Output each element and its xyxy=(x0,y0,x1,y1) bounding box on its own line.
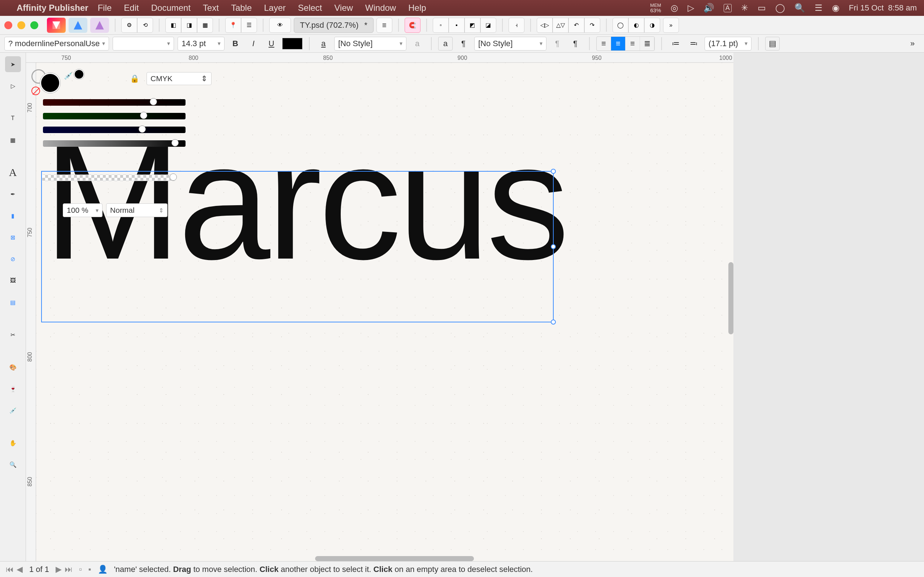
node-tool[interactable]: ▷ xyxy=(5,78,21,94)
picture-frame-tool[interactable]: ⊠ xyxy=(5,229,21,245)
spotlight-icon[interactable]: 🔍 xyxy=(795,3,805,13)
update-para-style-button[interactable]: ¶ xyxy=(550,37,564,50)
zoom-button[interactable] xyxy=(30,21,38,29)
preview-mode-button[interactable]: 👁 xyxy=(269,18,291,33)
text-wrap-button[interactable]: ≣ xyxy=(376,18,393,33)
sync-defaults-button[interactable]: ⚙ xyxy=(121,18,137,33)
view-hand-tool[interactable]: ✋ xyxy=(5,435,21,451)
user-icon[interactable]: 👤 xyxy=(98,565,108,574)
colour-lock-icon[interactable]: 🔒 xyxy=(130,74,139,83)
frame-text-tool[interactable]: T xyxy=(5,110,21,126)
first-page-button[interactable]: ⏮ xyxy=(6,565,14,574)
text-panel-button[interactable]: ▤ xyxy=(765,37,780,50)
forward-one-button[interactable]: ▪ xyxy=(449,18,465,33)
menu-layer[interactable]: Layer xyxy=(264,3,286,13)
transparency-tool[interactable]: 🍷 xyxy=(5,381,21,397)
menu-view[interactable]: View xyxy=(334,3,353,13)
bullets-button[interactable]: ≔ xyxy=(669,37,683,50)
font-size-field[interactable]: 14.3 pt▾ xyxy=(178,37,225,50)
place-image-tool[interactable]: 🖼 xyxy=(5,272,21,288)
rotate-cw-button[interactable]: ↷ xyxy=(584,18,600,33)
add-button[interactable]: ◯ xyxy=(612,18,628,33)
minimize-button[interactable] xyxy=(17,21,25,29)
input-source-icon[interactable]: A xyxy=(724,4,732,12)
pages-button[interactable]: ▦ xyxy=(197,18,213,33)
designer-persona[interactable] xyxy=(69,18,87,33)
close-button[interactable] xyxy=(4,21,12,29)
baseline-button[interactable]: ☰ xyxy=(241,18,257,33)
para-style-dropdown[interactable]: [No Style]▾ xyxy=(474,37,546,50)
selection-box[interactable] xyxy=(41,171,554,322)
menu-text[interactable]: Text xyxy=(203,3,219,13)
font-family-dropdown[interactable]: ? modernlinePersonalUse▾ xyxy=(4,37,109,50)
italic-button[interactable]: I xyxy=(246,37,261,50)
horizontal-scrollbar[interactable] xyxy=(315,556,474,561)
cyan-slider[interactable] xyxy=(43,99,186,106)
intersect-button[interactable]: ◑ xyxy=(644,18,660,33)
battery-icon[interactable]: ▭ xyxy=(758,3,766,13)
yellow-slider[interactable] xyxy=(43,127,186,133)
eyedropper-icon[interactable]: 💉 xyxy=(64,71,73,80)
clock[interactable]: Fri 15 Oct 8:58 am xyxy=(849,3,917,13)
bold-button[interactable]: B xyxy=(228,37,242,50)
layer-opacity-dropdown[interactable]: 100 %▾ xyxy=(63,203,102,217)
next-page-button[interactable]: ▶ xyxy=(56,565,62,574)
canvas[interactable]: Marcus xyxy=(36,63,733,561)
update-char-style-button[interactable]: a xyxy=(410,37,425,50)
numbered-button[interactable]: ≕ xyxy=(687,37,701,50)
menu-file[interactable]: File xyxy=(98,3,112,13)
user-icon[interactable]: ◯ xyxy=(775,3,785,13)
snapping-button[interactable]: 🧲 xyxy=(405,18,420,33)
font-variant-dropdown[interactable]: ▾ xyxy=(113,37,174,50)
selection-handle-e[interactable] xyxy=(551,244,556,249)
secondary-well[interactable] xyxy=(74,69,84,79)
prev-page-button[interactable]: ◀ xyxy=(16,565,23,574)
bluetooth-icon[interactable]: ✳ xyxy=(741,3,748,13)
pilcrow-button[interactable]: ¶ xyxy=(568,37,583,50)
prev-page-button[interactable]: ◧ xyxy=(165,18,181,33)
menu-help[interactable]: Help xyxy=(408,3,426,13)
to-back-button[interactable]: ◩ xyxy=(465,18,480,33)
menu-document[interactable]: Document xyxy=(151,3,191,13)
rectangle-tool[interactable]: ▮ xyxy=(5,208,21,224)
photo-persona[interactable] xyxy=(90,18,109,33)
magenta-slider[interactable] xyxy=(43,113,186,119)
colour-mode-dropdown[interactable]: CMYK⇕ xyxy=(147,72,212,85)
color-picker-tool[interactable]: 💉 xyxy=(5,403,21,418)
opacity-slider[interactable] xyxy=(42,174,175,181)
canvas-viewport[interactable]: Marcus xyxy=(36,63,733,561)
rotate-ccw-button[interactable]: ↶ xyxy=(569,18,584,33)
menu-window[interactable]: Window xyxy=(365,3,396,13)
siri-icon[interactable]: ◉ xyxy=(832,3,840,13)
toolbar-overflow-button[interactable]: » xyxy=(663,18,679,33)
move-tool[interactable]: ➤ xyxy=(5,56,21,72)
back-one-button[interactable]: ▫ xyxy=(433,18,449,33)
ellipse-tool[interactable]: ⊘ xyxy=(5,251,21,267)
control-center-icon[interactable]: ☰ xyxy=(815,3,822,13)
selection-handle-ne[interactable] xyxy=(551,169,556,174)
layer-blend-dropdown[interactable]: Normal⇕ xyxy=(106,203,168,217)
last-page-button[interactable]: ⏭ xyxy=(65,565,73,574)
data-merge-tool[interactable]: ▤ xyxy=(5,294,21,310)
align-center-button[interactable]: ≡ xyxy=(611,37,625,50)
text-color-swatch[interactable] xyxy=(282,38,302,49)
revert-defaults-button[interactable]: ⟲ xyxy=(137,18,153,33)
publisher-persona[interactable] xyxy=(47,18,66,33)
zoom-tool[interactable]: 🔍 xyxy=(5,456,21,472)
artistic-text-tool[interactable]: A xyxy=(5,164,21,180)
none-well[interactable] xyxy=(31,87,40,95)
memory-indicator[interactable]: MEM63% xyxy=(650,3,661,13)
align-button[interactable]: ⫞ xyxy=(509,18,525,33)
record-icon[interactable]: ◎ xyxy=(670,3,678,13)
preflight-button[interactable]: 📍 xyxy=(225,18,241,33)
next-page-button[interactable]: ◨ xyxy=(181,18,197,33)
table-tool[interactable]: ▦ xyxy=(5,132,21,148)
document-tab[interactable]: TY.psd (702.7%) * xyxy=(294,18,373,33)
crop-tool[interactable]: ✂ xyxy=(5,327,21,343)
vertical-ruler[interactable]: 700 750 800 850 xyxy=(26,63,36,561)
flip-v-button[interactable]: △▽ xyxy=(552,18,569,33)
align-justify-button[interactable]: ≣ xyxy=(640,37,654,50)
menu-edit[interactable]: Edit xyxy=(124,3,139,13)
black-slider[interactable] xyxy=(43,140,186,147)
align-left-button[interactable]: ≡ xyxy=(597,37,611,50)
